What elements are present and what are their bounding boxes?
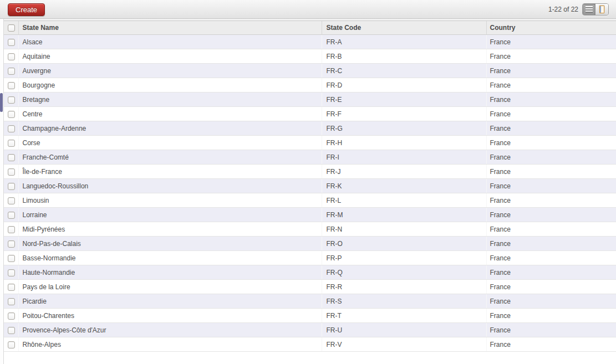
cell-country[interactable]: France bbox=[486, 107, 616, 121]
table-row[interactable]: Provence-Alpes-Côte d'Azur FR-U France bbox=[4, 323, 616, 337]
cell-state-code[interactable]: FR-E bbox=[322, 93, 486, 107]
table-row[interactable]: Bourgogne FR-D France bbox=[4, 78, 616, 93]
cell-state-code[interactable]: FR-Q bbox=[322, 265, 486, 280]
cell-state-name[interactable]: Haute-Normandie bbox=[18, 265, 322, 280]
table-row[interactable]: Auvergne FR-C France bbox=[4, 64, 616, 78]
cell-country[interactable]: France bbox=[486, 35, 616, 49]
cell-state-code[interactable]: FR-K bbox=[322, 179, 486, 193]
column-header-country[interactable]: Country bbox=[486, 21, 616, 35]
cell-state-code[interactable]: FR-F bbox=[322, 107, 486, 121]
cell-state-name[interactable]: Picardie bbox=[18, 294, 322, 309]
cell-country[interactable]: France bbox=[486, 294, 616, 309]
row-checkbox[interactable] bbox=[8, 298, 15, 305]
table-row[interactable]: Corse FR-H France bbox=[4, 136, 616, 150]
row-checkbox[interactable] bbox=[8, 269, 15, 276]
row-checkbox[interactable] bbox=[8, 125, 15, 132]
form-view-button[interactable] bbox=[595, 4, 608, 15]
row-checkbox[interactable] bbox=[8, 212, 15, 219]
cell-state-name[interactable]: Midi-Pyrénées bbox=[18, 222, 322, 237]
row-checkbox[interactable] bbox=[8, 154, 15, 161]
cell-state-name[interactable]: Limousin bbox=[18, 193, 322, 208]
row-checkbox[interactable] bbox=[8, 183, 15, 190]
row-checkbox[interactable] bbox=[8, 327, 15, 334]
cell-country[interactable]: France bbox=[486, 265, 616, 280]
row-checkbox[interactable] bbox=[8, 240, 15, 248]
cell-state-name[interactable]: Provence-Alpes-Côte d'Azur bbox=[18, 323, 322, 337]
table-row[interactable]: Midi-Pyrénées FR-N France bbox=[4, 222, 616, 237]
row-checkbox[interactable] bbox=[8, 168, 15, 176]
cell-country[interactable]: France bbox=[486, 337, 616, 352]
row-checkbox[interactable] bbox=[8, 68, 15, 75]
row-checkbox[interactable] bbox=[8, 255, 15, 262]
cell-state-code[interactable]: FR-B bbox=[322, 49, 486, 64]
table-row[interactable]: Champagne-Ardenne FR-G France bbox=[4, 121, 616, 136]
cell-country[interactable]: France bbox=[486, 251, 616, 265]
row-checkbox[interactable] bbox=[8, 284, 15, 291]
row-checkbox[interactable] bbox=[8, 53, 15, 60]
row-checkbox[interactable] bbox=[8, 341, 15, 348]
cell-state-code[interactable]: FR-D bbox=[322, 78, 486, 93]
table-row[interactable]: Haute-Normandie FR-Q France bbox=[4, 265, 616, 280]
cell-state-code[interactable]: FR-V bbox=[322, 337, 486, 352]
cell-state-code[interactable]: FR-M bbox=[322, 208, 486, 222]
cell-state-code[interactable]: FR-R bbox=[322, 280, 486, 294]
cell-country[interactable]: France bbox=[486, 222, 616, 237]
row-checkbox[interactable] bbox=[8, 140, 15, 147]
cell-country[interactable]: France bbox=[486, 93, 616, 107]
cell-country[interactable]: France bbox=[486, 193, 616, 208]
cell-state-name[interactable]: Centre bbox=[18, 107, 322, 121]
row-checkbox[interactable] bbox=[8, 197, 15, 204]
cell-state-code[interactable]: FR-S bbox=[322, 294, 486, 309]
table-row[interactable]: Lorraine FR-M France bbox=[4, 208, 616, 222]
cell-state-name[interactable]: Champagne-Ardenne bbox=[18, 121, 322, 136]
cell-state-code[interactable]: FR-P bbox=[322, 251, 486, 265]
cell-state-name[interactable]: Bourgogne bbox=[18, 78, 322, 93]
table-row[interactable]: Limousin FR-L France bbox=[4, 193, 616, 208]
row-checkbox[interactable] bbox=[8, 111, 15, 118]
cell-state-name[interactable]: Basse-Normandie bbox=[18, 251, 322, 265]
column-header-state-name[interactable]: State Name bbox=[18, 21, 322, 35]
cell-state-code[interactable]: FR-I bbox=[322, 150, 486, 165]
table-row[interactable]: Bretagne FR-E France bbox=[4, 93, 616, 107]
cell-state-code[interactable]: FR-G bbox=[322, 121, 486, 136]
create-button[interactable]: Create bbox=[8, 3, 45, 16]
table-row[interactable]: Nord-Pas-de-Calais FR-O France bbox=[4, 237, 616, 251]
cell-state-code[interactable]: FR-H bbox=[322, 136, 486, 150]
table-row[interactable]: Languedoc-Roussillon FR-K France bbox=[4, 179, 616, 193]
table-row[interactable]: Basse-Normandie FR-P France bbox=[4, 251, 616, 265]
cell-state-name[interactable]: Île-de-France bbox=[18, 165, 322, 179]
cell-state-name[interactable]: Auvergne bbox=[18, 64, 322, 78]
cell-state-name[interactable]: Languedoc-Roussillon bbox=[18, 179, 322, 193]
column-header-state-code[interactable]: State Code bbox=[322, 21, 486, 35]
cell-state-code[interactable]: FR-J bbox=[322, 165, 486, 179]
cell-state-name[interactable]: Alsace bbox=[18, 35, 322, 49]
cell-state-code[interactable]: FR-C bbox=[322, 64, 486, 78]
cell-country[interactable]: France bbox=[486, 179, 616, 193]
cell-country[interactable]: France bbox=[486, 208, 616, 222]
cell-country[interactable]: France bbox=[486, 280, 616, 294]
row-checkbox[interactable] bbox=[8, 39, 15, 46]
list-view-button[interactable] bbox=[583, 4, 595, 15]
scrollbar-thumb[interactable] bbox=[0, 93, 3, 112]
cell-state-code[interactable]: FR-N bbox=[322, 222, 486, 237]
table-row[interactable]: Centre FR-F France bbox=[4, 107, 616, 121]
cell-country[interactable]: France bbox=[486, 150, 616, 165]
cell-state-name[interactable]: Nord-Pas-de-Calais bbox=[18, 237, 322, 251]
row-checkbox[interactable] bbox=[8, 96, 15, 104]
cell-state-name[interactable]: Aquitaine bbox=[18, 49, 322, 64]
cell-country[interactable]: France bbox=[486, 237, 616, 251]
cell-state-name[interactable]: Lorraine bbox=[18, 208, 322, 222]
table-row[interactable]: Alsace FR-A France bbox=[4, 35, 616, 49]
table-row[interactable]: Rhône-Alpes FR-V France bbox=[4, 337, 616, 352]
cell-state-code[interactable]: FR-A bbox=[322, 35, 486, 49]
cell-country[interactable]: France bbox=[486, 309, 616, 323]
cell-state-name[interactable]: Bretagne bbox=[18, 93, 322, 107]
cell-state-name[interactable]: Pays de la Loire bbox=[18, 280, 322, 294]
select-all-checkbox[interactable] bbox=[8, 24, 15, 32]
cell-state-name[interactable]: Poitou-Charentes bbox=[18, 309, 322, 323]
cell-country[interactable]: France bbox=[486, 136, 616, 150]
table-row[interactable]: Poitou-Charentes FR-T France bbox=[4, 309, 616, 323]
table-row[interactable]: Picardie FR-S France bbox=[4, 294, 616, 309]
cell-country[interactable]: France bbox=[486, 78, 616, 93]
cell-state-code[interactable]: FR-U bbox=[322, 323, 486, 337]
